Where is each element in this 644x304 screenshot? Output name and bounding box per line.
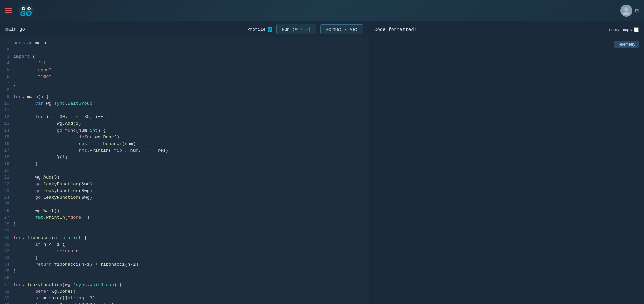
code-line: 14 go func(num int) { <box>0 127 369 134</box>
code-line: 33 } <box>0 255 369 261</box>
line-content: }(i) <box>13 154 369 161</box>
logo-area: GO <box>5 4 34 17</box>
line-number: 10 <box>0 100 13 107</box>
line-number: 21 <box>0 174 13 181</box>
line-number: 23 <box>0 188 13 194</box>
line-content: wg.Wait() <box>13 208 369 214</box>
file-tab[interactable]: main.go <box>5 27 25 32</box>
line-number: 2 <box>0 47 13 53</box>
hamburger-icon[interactable] <box>5 8 12 13</box>
code-line: 8 <box>0 87 369 94</box>
code-line: 31 if n <= 1 { <box>0 241 369 248</box>
line-content: "time" <box>13 73 369 80</box>
output-content: Telemetry <box>369 38 644 304</box>
code-line: 30func fibonacci(n int) int { <box>0 235 369 241</box>
line-number: 27 <box>0 214 13 221</box>
timestamps-area: Timestamps <box>606 27 639 32</box>
line-content: func main() { <box>13 94 369 100</box>
output-panel: Code formatted! Timestamps Telemetry <box>369 21 644 304</box>
line-number: 35 <box>0 268 13 275</box>
timestamps-checkbox[interactable] <box>634 27 639 32</box>
code-line: 20 <box>0 167 369 174</box>
line-number: 7 <box>0 80 13 87</box>
line-content <box>13 275 369 282</box>
line-content: return n <box>13 248 369 255</box>
line-content: wg.Add(1) <box>13 120 369 127</box>
code-line: 32 return n <box>0 248 369 255</box>
code-line: 9func main() { <box>0 94 369 100</box>
go-gopher-icon: GO <box>18 4 34 17</box>
line-content: } <box>13 255 369 261</box>
line-number: 31 <box>0 241 13 248</box>
editor-toolbar: main.go Profile Run (⌘ + ↵) Format / Vet <box>0 21 369 37</box>
line-content: for i := 30; i <= 35; i++ { <box>13 114 369 120</box>
line-content: import ( <box>13 53 369 60</box>
line-content: "sync" <box>13 67 369 73</box>
output-status: Code formatted! <box>374 27 417 32</box>
expand-icon[interactable]: ⊞ <box>635 7 639 14</box>
line-content: fmt.Println("fib", num, "=", res) <box>13 147 369 154</box>
code-line: 35} <box>0 268 369 275</box>
line-content: defer wg.Done() <box>13 288 369 295</box>
code-line: 15 defer wg.Done() <box>0 134 369 141</box>
line-number: 8 <box>0 87 13 94</box>
line-number: 5 <box>0 67 13 73</box>
line-content: for i := 0; i < 100000; i++ { <box>13 302 369 304</box>
line-content: return fibonacci(n-1) + fibonacci(n-2) <box>13 261 369 268</box>
code-line: 23 go leakyFunction(&wg) <box>0 188 369 194</box>
code-editor[interactable]: 1package main23import (4 "fmt"5 "sync"6 … <box>0 37 369 304</box>
line-number: 11 <box>0 107 13 114</box>
code-line: 37func leakyFunction(wg *sync.WaitGroup)… <box>0 282 369 288</box>
line-content: } <box>13 161 369 167</box>
code-line: 12 for i := 30; i <= 35; i++ { <box>0 114 369 120</box>
line-number: 12 <box>0 114 13 120</box>
line-number: 39 <box>0 295 13 302</box>
telemetry-button[interactable]: Telemetry <box>614 41 639 48</box>
timestamps-text: Timestamps <box>606 27 632 32</box>
code-line: 4 "fmt" <box>0 60 369 67</box>
main-content: main.go Profile Run (⌘ + ↵) Format / Vet… <box>0 21 644 304</box>
code-line: 25 <box>0 201 369 208</box>
line-number: 26 <box>0 208 13 214</box>
code-line: 1package main <box>0 40 369 47</box>
profile-text: Profile <box>247 27 266 32</box>
profile-checkbox[interactable] <box>268 27 272 32</box>
code-line: 5 "sync" <box>0 67 369 73</box>
line-number: 15 <box>0 134 13 141</box>
line-number: 29 <box>0 228 13 235</box>
line-content: go func(num int) { <box>13 127 369 134</box>
line-content: res := fibonacci(num) <box>13 141 369 147</box>
line-content <box>13 87 369 94</box>
line-number: 14 <box>0 127 13 134</box>
line-content: defer wg.Done() <box>13 134 369 141</box>
code-line: 22 go leakyFunction(&wg) <box>0 181 369 188</box>
line-number: 36 <box>0 275 13 282</box>
line-number: 20 <box>0 167 13 174</box>
line-number: 33 <box>0 255 13 261</box>
code-line: 18 }(i) <box>0 154 369 161</box>
run-button[interactable]: Run (⌘ + ↵) <box>276 24 317 34</box>
svg-text:GO: GO <box>20 9 32 17</box>
code-line: 7) <box>0 80 369 87</box>
line-content: ) <box>13 80 369 87</box>
line-content: s := make([]string, 3) <box>13 295 369 302</box>
code-line: 3import ( <box>0 53 369 60</box>
format-button[interactable]: Format / Vet <box>320 24 363 34</box>
line-content: go leakyFunction(&wg) <box>13 194 369 201</box>
line-number: 38 <box>0 288 13 295</box>
code-line: 11 <box>0 107 369 114</box>
line-content: func leakyFunction(wg *sync.WaitGroup) { <box>13 282 369 288</box>
line-content: go leakyFunction(&wg) <box>13 181 369 188</box>
code-line: 27 fmt.Println("done!") <box>0 214 369 221</box>
header: GO ⊞ <box>0 0 644 21</box>
line-content: func fibonacci(n int) int { <box>13 235 369 241</box>
line-content <box>13 167 369 174</box>
header-right: ⊞ <box>620 5 639 17</box>
line-number: 32 <box>0 248 13 255</box>
line-content: "fmt" <box>13 60 369 67</box>
line-number: 4 <box>0 60 13 67</box>
code-line: 40 for i := 0; i < 100000; i++ { <box>0 302 369 304</box>
code-line: 16 res := fibonacci(num) <box>0 141 369 147</box>
svg-point-6 <box>624 7 628 11</box>
line-content: go leakyFunction(&wg) <box>13 188 369 194</box>
